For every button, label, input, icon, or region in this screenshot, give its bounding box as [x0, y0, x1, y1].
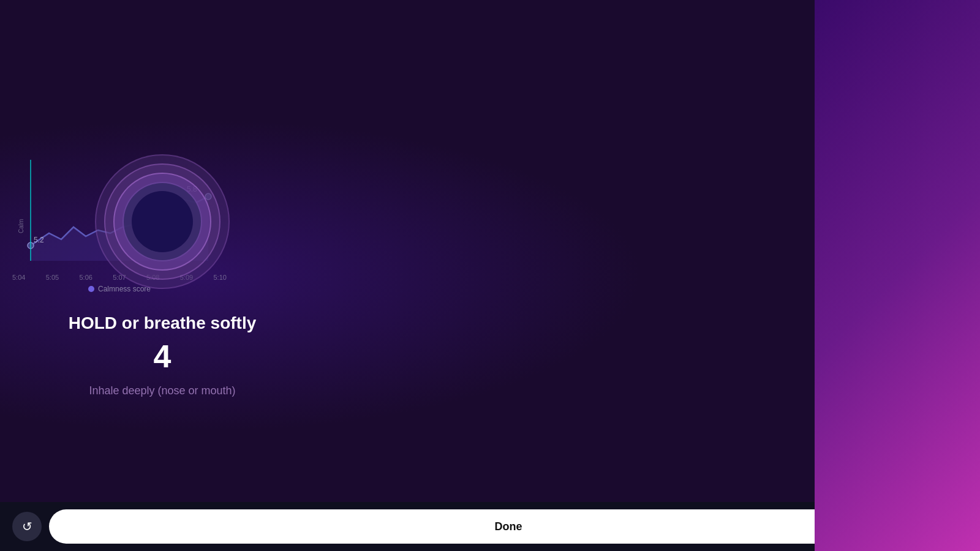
breathing-instruction: HOLD or breathe softly 4 Inhale deeply (…: [69, 313, 256, 397]
sub-instruction: Inhale deeply (nose or mouth): [69, 384, 256, 397]
right-background: [815, 0, 980, 551]
ring-5: [132, 191, 193, 252]
breathing-panel: HOLD or breathe softly 4 Inhale deeply (…: [0, 0, 325, 551]
count-display: 4: [69, 338, 256, 375]
breathing-circle: [95, 154, 230, 289]
hold-text: HOLD or breathe softly: [69, 313, 256, 333]
